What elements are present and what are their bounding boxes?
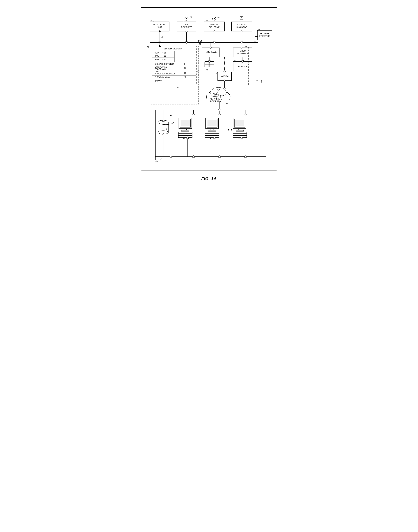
diagram-outer: PROCESSING UNIT 12 HARD DISK DRIVE 25 24… [141, 7, 277, 171]
svg-text:DISK DRIVE: DISK DRIVE [181, 26, 192, 28]
svg-rect-185 [236, 130, 244, 131]
svg-text:ROM: ROM [155, 52, 159, 54]
svg-text:28: 28 [205, 20, 208, 22]
svg-text:LAN: LAN [260, 79, 263, 83]
svg-text:~: ~ [162, 52, 163, 54]
svg-rect-164 [178, 136, 192, 138]
svg-text:DISK DRIVE: DISK DRIVE [236, 26, 247, 28]
svg-text:42: 42 [206, 69, 208, 71]
svg-rect-161 [181, 130, 189, 131]
svg-rect-188 [233, 136, 247, 138]
svg-point-9 [186, 18, 187, 19]
svg-text:MODEM: MODEM [221, 75, 229, 77]
svg-text:SYSTEM MEMORY: SYSTEM MEMORY [163, 48, 182, 50]
svg-text:INTERFACE: INTERFACE [237, 53, 248, 55]
svg-text:NETWORK/: NETWORK/ [210, 98, 220, 100]
svg-text:BIOS: BIOS [155, 55, 159, 57]
svg-text:44: 44 [197, 71, 199, 73]
svg-text:52: 52 [256, 80, 258, 82]
svg-text:SERVER: SERVER [155, 80, 162, 82]
svg-text:24: 24 [183, 20, 186, 22]
svg-rect-183 [235, 120, 244, 126]
svg-text:~: ~ [162, 58, 163, 60]
svg-text:54: 54 [226, 103, 228, 105]
svg-text:BUS: BUS [198, 40, 203, 42]
svg-rect-173 [205, 132, 219, 133]
svg-text:~40: ~40 [183, 76, 186, 78]
svg-rect-174 [205, 134, 219, 136]
svg-rect-163 [178, 134, 192, 136]
svg-text:HARD: HARD [184, 24, 189, 26]
svg-text:~34: ~34 [183, 63, 186, 65]
svg-text:8a: 8a [183, 138, 185, 140]
svg-rect-175 [205, 136, 219, 138]
svg-text:20: 20 [164, 58, 166, 60]
svg-rect-159 [181, 120, 190, 126]
svg-text:22: 22 [164, 55, 166, 57]
svg-text:MONITOR: MONITOR [238, 65, 248, 68]
svg-text:MAGNETIC: MAGNETIC [237, 24, 247, 26]
svg-text:NETWORK: NETWORK [260, 33, 269, 34]
svg-marker-81 [158, 45, 161, 47]
svg-rect-186 [233, 132, 247, 133]
svg-text:16: 16 [161, 36, 163, 38]
svg-rect-23 [241, 17, 242, 18]
svg-point-16 [214, 18, 215, 19]
svg-point-180 [231, 129, 232, 131]
svg-text:46: 46 [199, 43, 201, 45]
svg-text:12: 12 [150, 19, 152, 21]
svg-text:48: 48 [230, 80, 232, 82]
svg-text:56: 56 [258, 28, 260, 31]
svg-text:30: 30 [217, 16, 220, 18]
figure-label: FIG. 1A [141, 176, 277, 181]
svg-point-179 [228, 129, 229, 131]
svg-text:8b: 8b [210, 138, 212, 140]
diagram-svg: PROCESSING UNIT 12 HARD DISK DRIVE 25 24… [145, 11, 273, 167]
svg-text:~38: ~38 [183, 72, 186, 74]
page-container: PROCESSING UNIT 12 HARD DISK DRIVE 25 24… [137, 4, 281, 185]
svg-rect-162 [178, 132, 192, 133]
svg-rect-172 [208, 130, 216, 131]
svg-text:INTERFACE: INTERFACE [205, 51, 217, 53]
svg-text:41: 41 [177, 87, 179, 89]
svg-text:8n: 8n [238, 138, 241, 140]
svg-text:PROGRAMS: PROGRAMS [155, 68, 166, 70]
svg-rect-187 [233, 134, 247, 136]
svg-text:UNIT: UNIT [158, 26, 162, 28]
svg-text:32: 32 [243, 14, 245, 17]
svg-rect-170 [208, 120, 217, 126]
svg-text:OTHER: OTHER [155, 71, 161, 73]
svg-text:PROGRAM DATA: PROGRAM DATA [155, 76, 170, 78]
svg-text:OPTICAL: OPTICAL [210, 24, 218, 26]
svg-text:18: 18 [164, 52, 166, 54]
svg-text:25: 25 [189, 16, 192, 18]
svg-text:14: 14 [147, 46, 149, 48]
svg-point-125 [218, 89, 226, 96]
svg-text:WIDE: WIDE [212, 93, 218, 95]
svg-text:DISK  DRIVE: DISK DRIVE [209, 26, 220, 28]
svg-text:PROGRAMS/MODULES: PROGRAMS/MODULES [155, 73, 175, 75]
svg-text:~: ~ [162, 55, 163, 57]
svg-text:10: 10 [155, 159, 158, 162]
svg-text:INTERFACE: INTERFACE [259, 35, 270, 37]
svg-text:AREA: AREA [212, 96, 218, 98]
svg-rect-112 [198, 65, 202, 70]
svg-text:RAM: RAM [155, 58, 159, 60]
svg-text:PROCESSING: PROCESSING [153, 24, 166, 26]
svg-text:~36: ~36 [183, 67, 186, 69]
svg-text:VIDEO: VIDEO [240, 50, 245, 52]
svg-text:57: 57 [216, 72, 218, 74]
svg-text:OPERATING SYSTEM: OPERATING SYSTEM [155, 63, 174, 65]
svg-text:6: 6 [166, 128, 167, 130]
svg-text:60: 60 [234, 59, 236, 62]
